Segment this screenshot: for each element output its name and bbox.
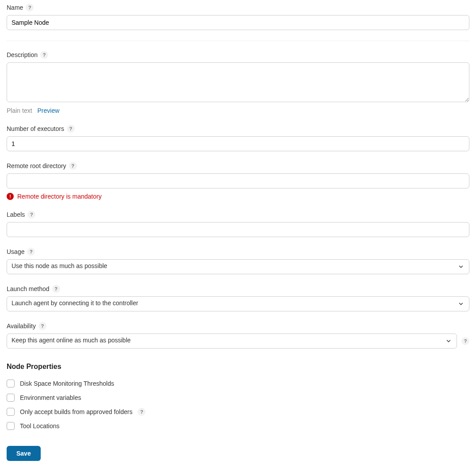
env-vars-checkbox[interactable]	[7, 394, 15, 402]
help-icon[interactable]: ?	[38, 322, 46, 330]
approved-folders-checkbox[interactable]	[7, 408, 15, 416]
name-label: Name	[7, 4, 23, 11]
help-icon[interactable]: ?	[67, 125, 75, 133]
help-icon[interactable]: ?	[52, 285, 60, 293]
usage-select[interactable]: Use this node as much as possible	[7, 259, 469, 274]
help-icon[interactable]: ?	[27, 248, 35, 256]
labels-input[interactable]	[7, 222, 469, 237]
executors-input[interactable]	[7, 136, 469, 151]
node-properties-heading: Node Properties	[7, 363, 469, 371]
checkbox-row: Tool Locations	[7, 422, 469, 430]
description-label: Description	[7, 51, 38, 58]
help-icon[interactable]: ?	[27, 211, 35, 219]
remote-root-input[interactable]	[7, 173, 469, 188]
tool-locations-checkbox[interactable]	[7, 422, 15, 430]
preview-link[interactable]: Preview	[37, 107, 59, 114]
launch-method-label: Launch method	[7, 285, 50, 292]
help-icon[interactable]: ?	[40, 51, 48, 59]
help-icon[interactable]: ?	[69, 162, 77, 170]
usage-label: Usage	[7, 248, 24, 255]
save-button[interactable]: Save	[7, 446, 41, 461]
help-icon[interactable]: ?	[461, 337, 469, 345]
disk-space-checkbox[interactable]	[7, 380, 15, 387]
error-icon: !	[7, 193, 14, 200]
help-icon[interactable]: ?	[26, 4, 34, 12]
checkbox-label: Disk Space Monitoring Thresholds	[20, 380, 114, 387]
checkbox-row: Disk Space Monitoring Thresholds	[7, 380, 469, 387]
availability-label: Availability	[7, 322, 36, 330]
remote-root-label: Remote root directory	[7, 162, 66, 169]
executors-label: Number of executors	[7, 125, 64, 132]
error-text: Remote directory is mandatory	[17, 193, 102, 200]
remote-root-error: ! Remote directory is mandatory	[7, 193, 469, 200]
labels-label: Labels	[7, 211, 25, 218]
name-input[interactable]	[7, 15, 469, 30]
plain-text-label: Plain text	[7, 107, 32, 114]
help-icon[interactable]: ?	[138, 408, 146, 416]
availability-select[interactable]: Keep this agent online as much as possib…	[7, 334, 457, 349]
checkbox-row: Environment variables	[7, 394, 469, 402]
checkbox-label: Only accept builds from approved folders	[20, 408, 132, 415]
checkbox-label: Tool Locations	[20, 422, 60, 430]
checkbox-label: Environment variables	[20, 394, 81, 401]
description-textarea[interactable]	[7, 62, 469, 102]
launch-method-select[interactable]: Launch agent by connecting it to the con…	[7, 296, 469, 311]
checkbox-row: Only accept builds from approved folders…	[7, 408, 469, 416]
